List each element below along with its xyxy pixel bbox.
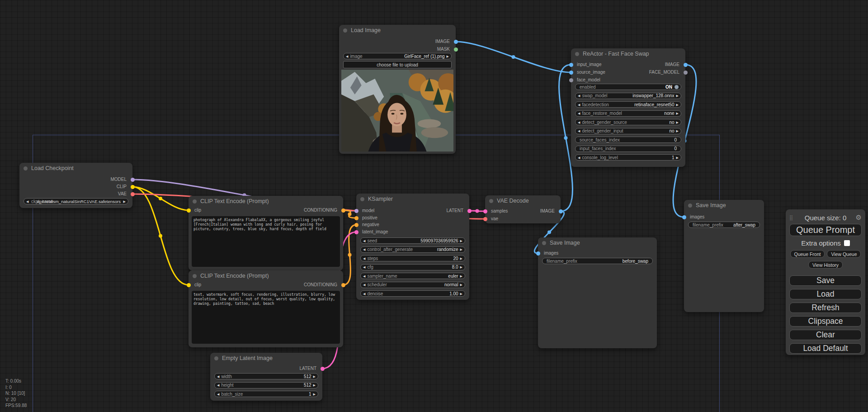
node-vae-decode[interactable]: VAE DecodesamplesvaeIMAGE [485, 195, 561, 223]
widget-input-faces-index[interactable]: input_faces_index0 [575, 146, 681, 152]
widget-image[interactable]: ◀imageGirlFace_ref (1).png▶ [343, 53, 452, 59]
decrement-arrow-icon[interactable]: ◀ [363, 248, 365, 251]
collapse-dot[interactable] [343, 28, 347, 33]
decrement-arrow-icon[interactable]: ◀ [363, 292, 365, 295]
widget-width[interactable]: ◀width512▶ [214, 373, 318, 379]
output-port-model[interactable] [131, 178, 135, 182]
increment-arrow-icon[interactable]: ▶ [313, 393, 316, 396]
extra-options-checkbox[interactable] [844, 240, 850, 246]
input-port-face-model[interactable] [569, 78, 573, 82]
widget-seed[interactable]: ◀seed599097036959926▶ [360, 237, 465, 244]
input-port-latent-image[interactable] [354, 230, 359, 234]
decrement-arrow-icon[interactable]: ◀ [578, 121, 580, 124]
collapse-dot[interactable] [24, 166, 28, 170]
output-port-image[interactable] [684, 63, 688, 67]
increment-arrow-icon[interactable]: ▶ [460, 283, 462, 286]
node-clip-text-encode-positive[interactable]: CLIP Text Encode (Prompt)clipCONDITIONIN… [189, 196, 343, 270]
input-port-source-image[interactable] [569, 71, 573, 75]
decrement-arrow-icon[interactable]: ◀ [363, 257, 365, 260]
output-port-mask[interactable] [454, 47, 458, 52]
collapse-dot[interactable] [489, 199, 493, 203]
increment-arrow-icon[interactable]: ▶ [676, 121, 679, 124]
node-reactor-fast-face-swap[interactable]: ReActor - Fast Face Swapinput_imagesourc… [571, 48, 685, 167]
node-load-image[interactable]: Load ImageIMAGEMASK◀imageGirlFace_ref (1… [339, 25, 456, 154]
decrement-arrow-icon[interactable]: ◀ [363, 265, 365, 269]
node-save-image-before[interactable]: Save Imageimagesfilename_prefixbefore_sw… [538, 237, 657, 348]
node-clip-text-encode-negative[interactable]: CLIP Text Encode (Prompt)clipCONDITIONIN… [189, 270, 343, 347]
widget-detect-gender-source[interactable]: ◀detect_gender_sourceno▶ [575, 119, 681, 125]
input-port-clip[interactable] [187, 283, 191, 287]
decrement-arrow-icon[interactable]: ◀ [346, 55, 348, 58]
input-port-samples[interactable] [483, 209, 487, 213]
view-queue-button[interactable]: View Queue [827, 250, 861, 258]
decrement-arrow-icon[interactable]: ◀ [578, 112, 580, 115]
decrement-arrow-icon[interactable]: ◀ [217, 384, 219, 387]
increment-arrow-icon[interactable]: ▶ [460, 265, 462, 269]
output-port-latent[interactable] [467, 209, 472, 213]
widget-facedetection[interactable]: ◀facedetectionretinaface_resnet50▶ [575, 101, 681, 108]
decrement-arrow-icon[interactable]: ◀ [578, 129, 580, 133]
collapse-dot[interactable] [193, 274, 197, 278]
increment-arrow-icon[interactable]: ▶ [447, 55, 449, 58]
widget-cfg[interactable]: ◀cfg8.0▶ [360, 264, 465, 270]
widget-control-after-generate[interactable]: ◀control_after_generaterandomize▶ [360, 246, 465, 253]
output-port-image[interactable] [454, 40, 458, 44]
decrement-arrow-icon[interactable]: ◀ [217, 375, 219, 378]
widget-denoise[interactable]: ◀denoise1.00▶ [360, 290, 465, 297]
increment-arrow-icon[interactable]: ▶ [676, 94, 679, 97]
choose-file-button[interactable]: choose file to upload [343, 61, 452, 68]
input-port-images[interactable] [682, 215, 686, 219]
widget-swap-model[interactable]: ◀swap_modelinswapper_128.onnx▶ [575, 93, 681, 99]
node-empty-latent-image[interactable]: Empty Latent ImageLATENT◀width512▶◀heigh… [210, 353, 322, 401]
increment-arrow-icon[interactable]: ▶ [676, 156, 679, 159]
widget-height[interactable]: ◀height512▶ [214, 382, 318, 388]
widget-ckpt-name[interactable]: ◀ckpt_nameepicrealism_naturalSinRC1VAE.s… [24, 198, 128, 204]
widget-filename-prefix[interactable]: filename_prefixafter_swap [688, 222, 760, 228]
output-port-latent[interactable] [321, 367, 325, 371]
input-port-input-image[interactable] [569, 63, 573, 67]
widget-filename-prefix[interactable]: filename_prefixbefore_swap [542, 258, 653, 264]
input-port-model[interactable] [354, 209, 359, 213]
node-save-image-after[interactable]: Save Imageimagesfilename_prefixafter_swa… [684, 200, 764, 312]
widget-sampler-name[interactable]: ◀sampler_nameeuler▶ [360, 273, 465, 279]
output-port-vae[interactable] [131, 192, 135, 196]
clipspace-button[interactable]: Clipspace [789, 316, 862, 327]
input-port-images[interactable] [536, 251, 540, 256]
collapse-dot[interactable] [193, 199, 197, 204]
settings-gear-icon[interactable]: ⚙ [854, 213, 862, 222]
increment-arrow-icon[interactable]: ▶ [460, 239, 462, 242]
input-port-clip[interactable] [187, 208, 191, 213]
drag-handle-icon[interactable]: ⣿ [789, 215, 797, 221]
widget-source-faces-index[interactable]: source_faces_index0 [575, 137, 681, 143]
input-port-positive[interactable] [354, 216, 359, 220]
increment-arrow-icon[interactable]: ▶ [123, 200, 126, 203]
decrement-arrow-icon[interactable]: ◀ [578, 103, 580, 106]
collapse-dot[interactable] [214, 356, 218, 360]
widget-steps[interactable]: ◀steps20▶ [360, 255, 465, 261]
decrement-arrow-icon[interactable]: ◀ [578, 156, 580, 159]
refresh-button[interactable]: Refresh [789, 303, 862, 313]
increment-arrow-icon[interactable]: ▶ [460, 292, 462, 295]
widget-enabled[interactable]: enabledON [575, 84, 681, 90]
decrement-arrow-icon[interactable]: ◀ [363, 283, 365, 286]
queue-prompt-button[interactable]: Queue Prompt [789, 224, 862, 236]
decrement-arrow-icon[interactable]: ◀ [26, 200, 28, 203]
increment-arrow-icon[interactable]: ▶ [460, 248, 462, 251]
decrement-arrow-icon[interactable]: ◀ [363, 275, 365, 278]
increment-arrow-icon[interactable]: ▶ [313, 375, 316, 378]
load-default-button[interactable]: Load Default [789, 343, 862, 354]
clear-button[interactable]: Clear [789, 330, 862, 340]
widget-console-log-level[interactable]: ◀console_log_level1▶ [575, 154, 681, 161]
widget-detect-gender-input[interactable]: ◀detect_gender_inputno▶ [575, 128, 681, 134]
decrement-arrow-icon[interactable]: ◀ [217, 393, 219, 396]
widget-batch-size[interactable]: ◀batch_size1▶ [214, 391, 318, 397]
view-history-button[interactable]: View History [808, 261, 843, 269]
collapse-dot[interactable] [688, 204, 692, 208]
queue-front-button[interactable]: Queue Front [790, 250, 825, 258]
input-port-vae[interactable] [483, 217, 487, 221]
load-button[interactable]: Load [789, 289, 862, 299]
node-load-checkpoint[interactable]: Load CheckpointMODELCLIPVAE◀ckpt_nameepi… [19, 163, 132, 208]
output-port-face-model[interactable] [684, 71, 688, 75]
increment-arrow-icon[interactable]: ▶ [676, 112, 679, 115]
output-port-clip[interactable] [131, 185, 135, 189]
